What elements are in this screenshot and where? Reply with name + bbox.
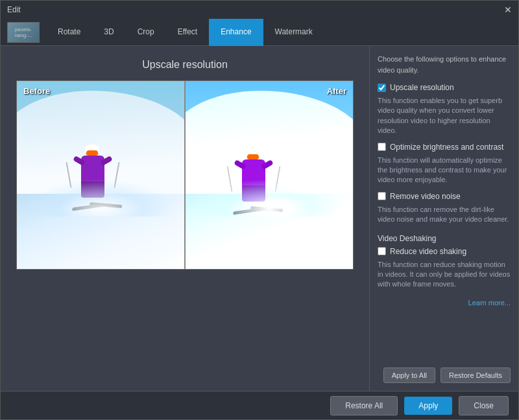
snow-puff-after [194, 179, 344, 216]
brightness-label[interactable]: Optimize brightness and contrast [390, 143, 503, 152]
deshake-label[interactable]: Reduce video shaking [390, 247, 466, 256]
learn-more-link[interactable]: Learn more... [378, 299, 511, 307]
option-brightness-row: Optimize brightness and contrast [378, 143, 511, 152]
noise-desc: This function can remove the dirt-like v… [378, 205, 511, 225]
after-preview: After [186, 81, 353, 269]
bottom-bar: Restore All Apply Close [1, 391, 518, 419]
options-panel: Choose the following options to enhance … [369, 46, 518, 391]
tab-watermark[interactable]: Watermark [263, 19, 324, 46]
title-bar: Edit ✕ [1, 1, 518, 19]
deshaking-section-title: Video Deshaking [378, 234, 511, 243]
deshake-desc: This function can reduce shaking motion … [378, 260, 511, 290]
right-action-buttons: Apply to All Restore Defaults [378, 361, 511, 383]
brightness-desc: This function will automatically optimiz… [378, 156, 511, 185]
tab-bar: pexels-nang-... Rotate 3D Crop Effect En… [1, 19, 518, 46]
apply-button[interactable]: Apply [404, 397, 452, 415]
upscale-label[interactable]: Upscale resolution [390, 83, 454, 92]
bottom-close-button[interactable]: Close [459, 396, 509, 415]
preview-container: Before [16, 80, 354, 270]
before-label: Before [23, 86, 50, 96]
tab-enhance[interactable]: Enhance [209, 19, 263, 46]
tab-3d[interactable]: 3D [92, 19, 125, 46]
skier-goggles-after [247, 154, 259, 159]
option-deshake-row: Reduce video shaking [378, 247, 511, 256]
restore-defaults-button[interactable]: Restore Defaults [441, 368, 511, 383]
noise-checkbox[interactable] [378, 192, 386, 200]
tab-effect[interactable]: Effect [166, 19, 209, 46]
option-noise-row: Remove video noise [378, 192, 511, 201]
after-label: After [327, 86, 346, 96]
before-scene [17, 81, 184, 269]
noise-label[interactable]: Remove video noise [390, 192, 461, 201]
brightness-checkbox[interactable] [378, 143, 386, 151]
upscale-desc: This function enables you to get superb … [378, 96, 511, 136]
deshake-checkbox[interactable] [378, 247, 386, 255]
window-title: Edit [7, 5, 21, 14]
panel-description: Choose the following options to enhance … [378, 54, 511, 75]
main-content: Upscale resolution [1, 46, 518, 391]
tab-crop[interactable]: Crop [126, 19, 166, 46]
skier-goggles [86, 150, 98, 156]
apply-to-all-button[interactable]: Apply to All [383, 368, 435, 383]
snow-puff-before [25, 179, 176, 216]
restore-all-button[interactable]: Restore All [330, 396, 398, 415]
after-scene [186, 81, 353, 269]
option-upscale-row: Upscale resolution [378, 83, 511, 92]
preview-panel: Upscale resolution [1, 46, 369, 391]
video-thumbnail[interactable]: pexels-nang-... [7, 22, 40, 43]
tab-rotate[interactable]: Rotate [46, 19, 92, 46]
before-preview: Before [17, 81, 184, 269]
thumbnail-label: pexels-nang-... [8, 25, 39, 40]
upscale-checkbox[interactable] [378, 84, 386, 92]
edit-window: Edit ✕ pexels-nang-... Rotate 3D Crop Ef… [0, 0, 519, 420]
close-icon[interactable]: ✕ [504, 5, 512, 15]
preview-title: Upscale resolution [142, 59, 228, 71]
